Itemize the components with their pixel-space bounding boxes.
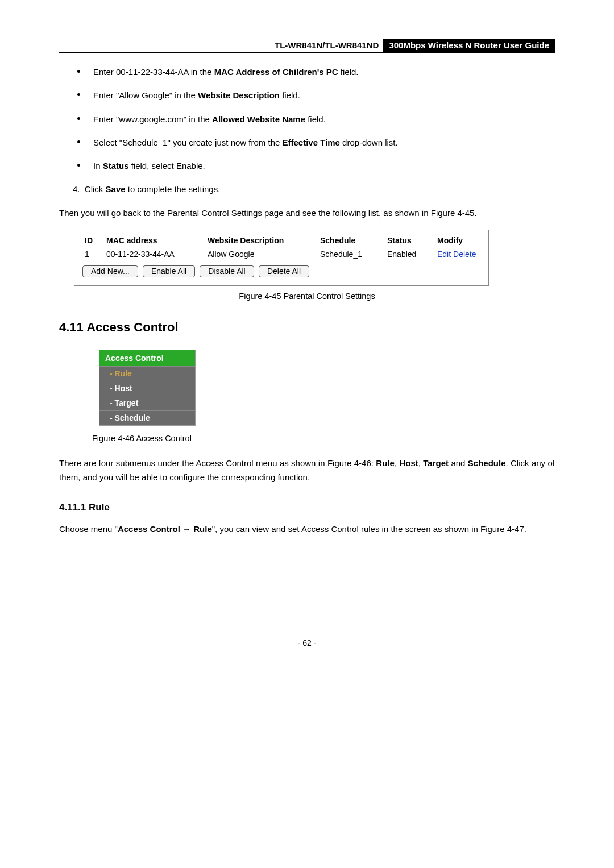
cell-desc: Allow Google <box>205 248 318 263</box>
header-guide-title: 300Mbps Wireless N Router User Guide <box>383 39 555 52</box>
add-new-button[interactable]: Add New... <box>82 265 138 277</box>
table-row: 1 00-11-22-33-44-AA Allow Google Schedul… <box>82 248 480 263</box>
instruction-bullet-list: Enter 00-11-22-33-44-AA in the MAC Addre… <box>59 65 555 172</box>
enable-all-button[interactable]: Enable All <box>143 265 195 277</box>
figure-45-caption: Figure 4-45 Parental Control Settings <box>59 292 555 301</box>
header-model: TL-WR841N/TL-WR841ND <box>272 39 383 52</box>
menu-item-target[interactable]: - Target <box>99 396 195 411</box>
paragraph-submenus: There are four submenus under the Access… <box>59 456 555 485</box>
table-header-row: ID MAC address Website Description Sched… <box>82 235 480 248</box>
delete-link[interactable]: Delete <box>453 250 476 259</box>
col-status: Status <box>385 235 435 248</box>
section-heading-access-control: 4.11 Access Control <box>59 320 555 335</box>
paragraph-parental-control: Then you will go back to the Parental Co… <box>59 206 555 221</box>
cell-id: 1 <box>82 248 104 263</box>
delete-all-button[interactable]: Delete All <box>259 265 309 277</box>
bullet-item: Enter "Allow Google" in the Website Desc… <box>93 89 555 102</box>
disable-all-button[interactable]: Disable All <box>200 265 254 277</box>
subsection-heading-rule: 4.11.1 Rule <box>59 502 555 513</box>
menu-item-host[interactable]: - Host <box>99 381 195 396</box>
col-desc: Website Description <box>205 235 318 248</box>
col-modify: Modify <box>435 235 480 248</box>
cell-schedule: Schedule_1 <box>318 248 385 263</box>
page-header: TL-WR841N/TL-WR841ND 300Mbps Wireless N … <box>59 39 555 53</box>
step-4: 4. Click Save to complete the settings. <box>73 182 555 196</box>
menu-item-rule[interactable]: - Rule <box>99 367 195 381</box>
bullet-item: Enter 00-11-22-33-44-AA in the MAC Addre… <box>93 65 555 78</box>
cell-status: Enabled <box>385 248 435 263</box>
bullet-item: Enter "www.google.com" in the Allowed We… <box>93 113 555 126</box>
bullet-item: In Status field, select Enable. <box>93 159 555 172</box>
menu-item-schedule[interactable]: - Schedule <box>99 411 195 425</box>
table-button-row: Add New... Enable All Disable All Delete… <box>82 265 480 277</box>
col-id: ID <box>82 235 104 248</box>
bullet-item: Select "Schedule_1" you create just now … <box>93 136 555 149</box>
cell-mac: 00-11-22-33-44-AA <box>104 248 205 263</box>
figure-parental-control-table: ID MAC address Website Description Sched… <box>74 230 489 286</box>
menu-header: Access Control <box>99 350 195 367</box>
paragraph-rule: Choose menu "Access Control → Rule", you… <box>59 522 555 537</box>
page-number: - 62 - <box>59 638 555 647</box>
edit-link[interactable]: Edit <box>437 250 451 259</box>
col-mac: MAC address <box>104 235 205 248</box>
access-control-menu: Access Control - Rule - Host - Target - … <box>99 350 196 426</box>
col-schedule: Schedule <box>318 235 385 248</box>
figure-46-caption: Figure 4-46 Access Control <box>92 434 555 443</box>
